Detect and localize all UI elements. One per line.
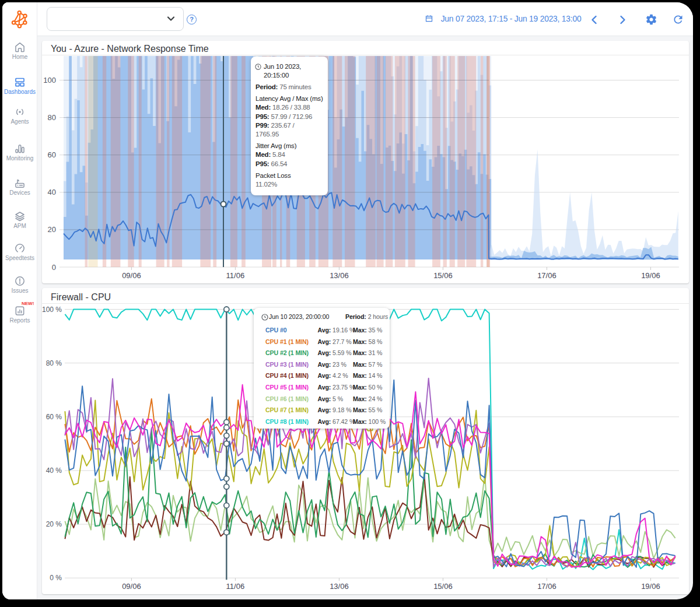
- svg-text:09/06: 09/06: [122, 582, 141, 591]
- svg-text:40: 40: [48, 188, 56, 197]
- svg-text:19/06: 19/06: [641, 271, 660, 280]
- svg-text:80: 80: [48, 113, 56, 122]
- svg-text:80 %: 80 %: [46, 359, 62, 367]
- svg-text:20 %: 20 %: [46, 520, 62, 528]
- svg-text:15/06: 15/06: [433, 271, 453, 280]
- svg-text:100 %: 100 %: [42, 306, 62, 314]
- svg-text:13/06: 13/06: [330, 271, 349, 280]
- svg-text:15/06: 15/06: [433, 582, 453, 591]
- svg-text:13/06: 13/06: [330, 582, 349, 591]
- svg-text:60: 60: [48, 150, 56, 159]
- svg-text:11/06: 11/06: [226, 271, 245, 280]
- svg-text:17/06: 17/06: [537, 582, 556, 591]
- svg-text:20: 20: [48, 225, 56, 234]
- svg-text:19/06: 19/06: [641, 582, 660, 591]
- svg-text:100: 100: [43, 76, 56, 85]
- svg-text:11/06: 11/06: [226, 582, 245, 591]
- svg-text:09/06: 09/06: [122, 271, 141, 280]
- svg-text:0: 0: [52, 263, 56, 272]
- svg-text:17/06: 17/06: [537, 271, 556, 280]
- svg-text:60 %: 60 %: [46, 413, 62, 421]
- svg-text:40 %: 40 %: [46, 466, 62, 475]
- svg-text:0 %: 0 %: [50, 574, 62, 582]
